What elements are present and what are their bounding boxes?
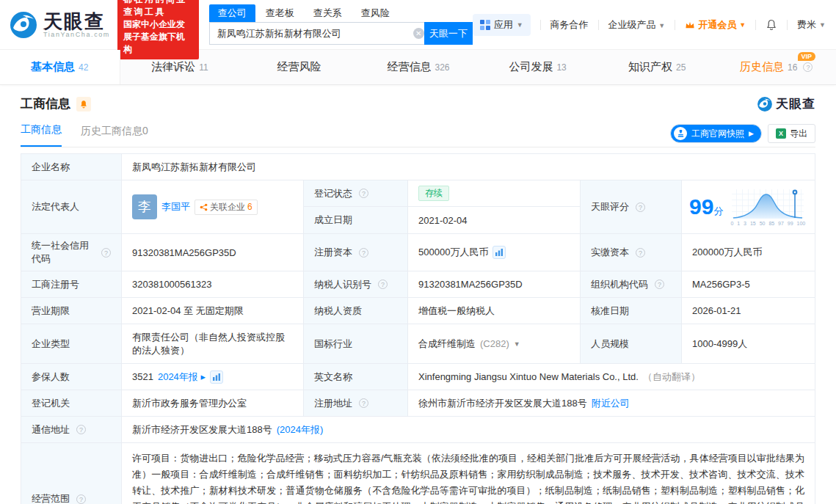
help-question-icon[interactable]: ? (378, 280, 388, 289)
subtab-history-business-info[interactable]: 历史工商信息0 (81, 125, 148, 147)
nav-cooperation[interactable]: 商务合作 (550, 18, 589, 32)
org-code-label: 组织机构代码? (581, 271, 682, 298)
capital-trend-icon[interactable] (492, 246, 506, 259)
postal-address-value: 新沂市经济开发区发展大道188号 (2024年报) (122, 417, 815, 443)
table-row: 企业名称 新凤鸣江苏新拓新材有限公司 (21, 154, 815, 180)
tab-basic-info[interactable]: 基本信息 42 (0, 50, 120, 84)
business-scope-value: 许可项目：货物进出口；危险化学品经营；移动式压力容器/气瓶充装（依法须经批准的项… (122, 443, 815, 504)
table-row: 法定代表人 李 李国平 关联企业 6 登记状态? 存续 成立日期 2021-02… (21, 180, 815, 234)
stamp-icon (674, 127, 687, 140)
reg-number-label: 工商注册号 (21, 271, 122, 298)
table-row: 通信地址? 新沂市经济开发区发展大道188号 (2024年报) (21, 417, 815, 443)
subtab-label: 历史工商信息 (81, 125, 142, 136)
user-menu[interactable]: 费米 ▼ (797, 18, 826, 32)
english-name-value: Xinfengming Jiangsu Xintuo New Materials… (408, 364, 815, 390)
slogan-line1: 都在用的商业查询工具 (123, 0, 193, 18)
tab-label: 公司发展 (509, 60, 553, 74)
logo-title: 天眼查 (43, 12, 110, 31)
reg-address-value: 徐州市新沂市经济开发区发展大道188号 附近公司 (408, 390, 815, 417)
tab-legal-litigation[interactable]: 法律诉讼 11 (120, 50, 240, 84)
search-tab-risk[interactable]: 查风险 (352, 4, 399, 22)
tab-company-development[interactable]: 公司发展 13 (478, 50, 597, 84)
export-button[interactable]: X 导出 (768, 124, 815, 143)
help-question-icon[interactable]: ? (359, 189, 368, 198)
help-question-icon[interactable]: ? (359, 248, 368, 258)
related-companies-badge[interactable]: 关联企业 6 (195, 200, 258, 215)
score-unit: 分 (713, 205, 723, 216)
nearby-companies-link[interactable]: 附近公司 (592, 397, 630, 410)
company-type-label: 企业类型 (21, 324, 122, 364)
search-area: 查公司 查老板 查关系 查风险 ✕ 天眼一下 (209, 4, 473, 45)
industry-code: (C282) (480, 338, 509, 349)
table-row: 参保人数 3521 2024年报 ▸ 英文名称 Xinfengming Jian… (21, 364, 815, 390)
tab-intellectual-property[interactable]: 知识产权 25 (597, 50, 717, 84)
search-input[interactable] (209, 22, 429, 45)
tianyancha-logo[interactable]: 天眼查 TianYanCha.com (9, 10, 110, 40)
legal-rep-avatar[interactable]: 李 (132, 194, 157, 219)
arrow-right-icon: ▶ (749, 130, 754, 137)
help-question-icon[interactable]: ? (636, 248, 645, 258)
tab-label: 经营风险 (277, 60, 321, 74)
official-snapshot-button[interactable]: 工商官网快照 ▶ (670, 124, 762, 143)
score-chart-ticks: 0131550859799100 (730, 221, 805, 226)
reg-address-label: 注册地址? (304, 390, 408, 417)
business-term-value: 2021-02-04 至 无固定期限 (122, 298, 304, 324)
search-tab-company[interactable]: 查公司 (209, 4, 255, 22)
legal-rep-name-link[interactable]: 李国平 (161, 200, 190, 213)
industry-label: 国标行业 (304, 324, 408, 364)
crown-icon (685, 21, 695, 29)
chevron-down-icon: ▼ (517, 21, 523, 29)
postal-annual-report-link[interactable]: (2024年报) (277, 423, 324, 437)
clear-search-icon[interactable]: ✕ (413, 28, 424, 39)
company-name-value: 新凤鸣江苏新拓新材有限公司 (122, 154, 815, 180)
help-question-icon[interactable]: ? (101, 248, 111, 258)
chevron-down-icon: ▼ (658, 22, 665, 29)
subtab-business-info[interactable]: 工商信息 (21, 123, 62, 147)
help-question-icon[interactable]: ? (76, 494, 86, 504)
status-badge: 存续 (418, 186, 449, 201)
taxpayer-quality-label: 纳税人资质 (304, 298, 408, 324)
score-distribution-chart: 0131550859799100 (730, 188, 805, 226)
divider (787, 20, 788, 30)
annual-report-link[interactable]: 2024年报 ▸ (158, 370, 206, 384)
company-type-value: 有限责任公司（非自然人投资或控股的法人独资） (122, 324, 304, 364)
tab-operating-info[interactable]: 经营信息 326 (359, 50, 479, 84)
insured-value: 3521 2024年报 ▸ (122, 364, 304, 390)
help-question-icon[interactable]: ? (655, 280, 664, 289)
table-row: 统一社会信用代码? 91320381MA256GP35D 注册资本? 50000… (21, 234, 815, 271)
help-question-icon[interactable]: ? (76, 425, 86, 434)
nav-apps-dropdown[interactable]: 应用 ▼ (473, 14, 531, 36)
excel-icon: X (776, 128, 786, 139)
tab-count: 13 (556, 62, 566, 73)
notification-bell-icon[interactable] (766, 19, 777, 31)
legal-rep-label: 法定代表人 (21, 180, 122, 234)
reg-capital-label: 注册资本? (304, 234, 408, 271)
nav-enterprise-dropdown[interactable]: 企业级产品 ▼ (608, 18, 666, 32)
subtab-bar: 工商信息 历史工商信息0 工商官网快照 ▶ X 导出 (21, 120, 815, 147)
export-label: 导出 (790, 128, 807, 140)
subtab-count: 0 (142, 125, 148, 136)
help-question-icon[interactable]: ? (636, 202, 645, 212)
credit-code-label: 统一社会信用代码? (21, 234, 122, 271)
credit-code-value: 91320381MA256GP35D (122, 234, 304, 271)
chevron-down-icon: ▼ (819, 21, 826, 29)
search-button[interactable]: 天眼一下 (424, 22, 473, 45)
monitor-bell-icon[interactable] (76, 97, 91, 112)
paid-capital-label: 实缴资本? (581, 234, 682, 271)
tab-count: 326 (435, 62, 450, 73)
industry-value[interactable]: 合成纤维制造 (C282) ▼ (408, 324, 581, 364)
nav-vip-dropdown[interactable]: 开通会员 ▼ (685, 18, 746, 32)
tab-operating-risk[interactable]: 经营风险 (239, 50, 359, 84)
divider (540, 20, 541, 30)
tab-history-info[interactable]: VIP 历史信息 16 ? (716, 50, 836, 84)
reg-authority-label: 登记机关 (21, 390, 122, 417)
help-question-icon[interactable]: ? (359, 398, 368, 408)
insured-trend-icon[interactable] (210, 370, 223, 384)
snapshot-label: 工商官网快照 (691, 128, 744, 140)
help-question-icon[interactable]: ? (803, 62, 813, 72)
related-label: 关联企业 (210, 201, 245, 213)
score-value[interactable]: 99分 (682, 180, 815, 234)
search-tab-boss[interactable]: 查老板 (257, 4, 303, 22)
reg-status-label: 登记状态? (304, 180, 408, 207)
search-tab-relation[interactable]: 查关系 (305, 4, 351, 22)
